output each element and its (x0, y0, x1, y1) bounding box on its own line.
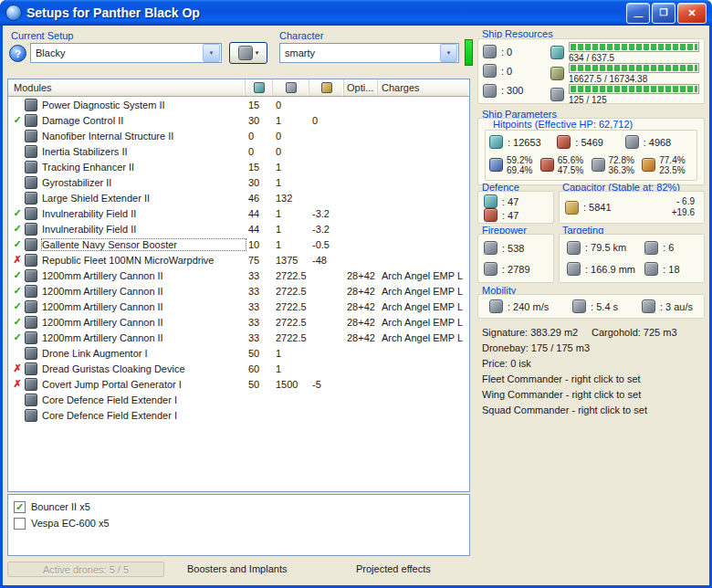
module-cpu-value: 15 (246, 162, 273, 173)
drone-bandwidth-value: : 300 (501, 85, 523, 96)
maximize-icon: ❐ (660, 8, 668, 17)
module-row[interactable]: ✓1200mm Artillery Cannon II332722.528+42… (8, 299, 469, 314)
module-row[interactable]: Power Diagnostic System II150 (8, 97, 469, 112)
module-cpu-value: 33 (246, 286, 273, 297)
scan-resolution-value: : 166.9 mm (585, 264, 635, 275)
target-range-value: : 79.5 km (585, 242, 626, 253)
module-row[interactable]: ✓1200mm Artillery Cannon II332722.528+42… (8, 268, 469, 283)
module-icon (25, 378, 37, 391)
module-capacitor-value: -0.5 (309, 239, 344, 250)
module-powergrid-value: 2722.5 (273, 286, 309, 297)
firepower-value-1: : 538 (502, 243, 524, 254)
module-name: Damage Control II (42, 115, 246, 126)
module-name: Inertia Stabilizers II (42, 146, 246, 157)
title-bar[interactable]: Setups for Panther Black Op — ❐ ✕ (0, 0, 712, 26)
module-row[interactable]: Large Shield Extender II46132 (8, 190, 469, 205)
module-icon (25, 207, 37, 220)
module-row[interactable]: Nanofiber Internal Structure II00 (8, 128, 469, 143)
drone-row[interactable]: Vespa EC-600 x5 (14, 515, 464, 531)
module-cpu-value: 44 (246, 224, 273, 235)
drone-checkbox[interactable]: ✓ (14, 501, 26, 513)
thermal-icon (540, 158, 554, 172)
resist-item: 59.2%69.4% (489, 155, 540, 175)
module-row[interactable]: Core Defence Field Extender I (8, 407, 469, 423)
tab-active-drones[interactable]: Active drones: 5 / 5 (7, 562, 164, 577)
capacitor-column-header[interactable] (309, 79, 344, 96)
offline-cross-icon: ✗ (10, 254, 25, 266)
module-icon (25, 130, 37, 142)
hitpoints-label: Hitpoints (Effective HP: 62,712) (491, 119, 634, 130)
tab-boosters-implants[interactable]: Boosters and Implants (187, 563, 287, 574)
modules-column-header[interactable]: Modules (8, 79, 246, 96)
module-name: Power Diagnostic System II (42, 100, 246, 110)
module-row[interactable]: Gyrostabilizer II301 (8, 174, 469, 190)
module-icon (25, 300, 37, 313)
resists-row: 59.2%69.4%65.6%47.5%72.8%36.3%77.4%23.5% (489, 155, 693, 175)
module-charge-name: Arch Angel EMP L (378, 286, 469, 297)
cpu-column-header[interactable] (246, 79, 273, 96)
module-optimal-value: 28+42 (344, 301, 378, 312)
module-powergrid-value: 1500 (273, 379, 309, 390)
setup-dropdown-arrow-icon[interactable]: ▼ (203, 44, 220, 62)
shield-resist-value: 65.6% (558, 155, 583, 165)
character-combobox[interactable]: smarty ▼ (279, 43, 459, 63)
max-targets-icon (644, 241, 658, 255)
module-row[interactable]: Drone Link Augmentor I501 (8, 345, 469, 361)
caption-buttons: — ❐ ✕ (626, 3, 707, 24)
module-row[interactable]: ✓Invulnerability Field II441-3.2 (8, 205, 469, 221)
drone-checkbox[interactable] (14, 518, 26, 530)
module-row[interactable]: ✓1200mm Artillery Cannon II332722.528+42… (8, 330, 469, 345)
module-charge-name: Arch Angel EMP L (378, 332, 469, 343)
current-setup-label: Current Setup (11, 30, 73, 41)
firepower-turret-icon (484, 241, 497, 255)
module-row[interactable]: Tracking Enhancer II151 (8, 159, 469, 174)
close-button[interactable]: ✕ (677, 3, 707, 24)
module-row[interactable]: Inertia Stabilizers II00 (8, 143, 469, 159)
module-row[interactable]: ✓Gallente Navy Sensor Booster101-0.5 (8, 236, 469, 252)
align-time-value: : 5.4 s (591, 301, 618, 312)
minimize-button[interactable]: — (626, 3, 650, 24)
speed-value: : 240 m/s (508, 301, 549, 312)
fitted-check-icon: ✓ (10, 238, 25, 250)
shield-resist-value: 59.2% (507, 155, 532, 165)
module-row[interactable]: ✗Republic Fleet 100MN MicroWarpdrive7513… (8, 252, 469, 268)
maximize-button[interactable]: ❐ (652, 3, 675, 24)
module-charge-name: Arch Angel EMP L (378, 317, 469, 328)
signature-value: Signature: 383.29 m2 (482, 325, 592, 341)
module-icon (25, 99, 37, 111)
setup-combobox[interactable]: Blacky ▼ (30, 43, 222, 63)
powergrid-column-header[interactable] (273, 79, 309, 96)
align-time-icon (572, 299, 586, 313)
module-row[interactable]: Core Defence Field Extender I (8, 392, 469, 407)
module-optimal-value: 28+42 (344, 332, 378, 343)
module-icon (25, 176, 37, 189)
module-row[interactable]: ✗Dread Guristas Cloaking Device601 (8, 361, 469, 376)
target-range-icon (567, 241, 581, 255)
setup-tools-button[interactable]: ▾ (229, 42, 267, 64)
module-row[interactable]: ✓Damage Control II3010 (8, 112, 469, 128)
cpu-bar (569, 42, 699, 52)
module-row[interactable]: ✓Invulnerability Field II441-3.2 (8, 221, 469, 236)
hitpoints-box: : 12653 : 5469 : 4968 59.2%69.4%65.6%47.… (485, 130, 697, 181)
wing-commander-slot[interactable]: Wing Commander - right click to set (482, 387, 701, 403)
character-dropdown-arrow-icon[interactable]: ▼ (440, 44, 457, 62)
module-row[interactable]: ✓1200mm Artillery Cannon II332722.528+42… (8, 283, 469, 299)
tab-projected-effects[interactable]: Projected effects (356, 563, 431, 574)
drone-row[interactable]: ✓Bouncer II x5 (14, 499, 464, 515)
sensor-strength-value: : 18 (663, 264, 679, 275)
help-icon[interactable]: ? (9, 45, 26, 62)
module-name: Core Defence Field Extender I (42, 394, 246, 405)
optimal-column-header[interactable]: Opti... (344, 79, 378, 96)
charges-column-header[interactable]: Charges (378, 79, 469, 96)
module-row[interactable]: ✓1200mm Artillery Cannon II332722.528+42… (8, 314, 469, 330)
module-powergrid-value: 1 (273, 239, 309, 250)
module-cpu-value: 33 (246, 270, 273, 281)
module-icon (25, 331, 37, 344)
module-name: 1200mm Artillery Cannon II (42, 332, 246, 343)
squad-commander-slot[interactable]: Squad Commander - right click to set (482, 403, 701, 418)
launcher-slots-value: : 0 (501, 66, 512, 77)
fleet-commander-slot[interactable]: Fleet Commander - right click to set (482, 372, 701, 387)
module-row[interactable]: ✗Covert Jump Portal Generator I501500-5 (8, 376, 469, 392)
fitted-check-icon: ✓ (10, 207, 25, 219)
defence-value-1: : 47 (502, 196, 518, 207)
